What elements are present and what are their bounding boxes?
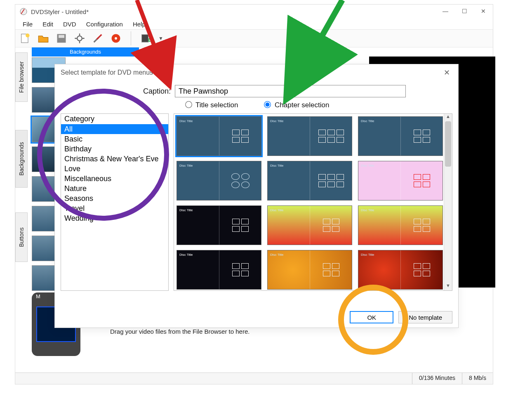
menu-bar: File Edit DVD Configuration Help [15, 19, 493, 29]
category-panel: Category AllBasicBirthdayChristmas & New… [61, 113, 169, 291]
category-item-love[interactable]: Love [61, 164, 168, 174]
category-item-miscellaneous[interactable]: Miscellaneous [61, 174, 168, 184]
category-item-wedding[interactable]: Wedding [61, 213, 168, 223]
menu-configuration[interactable]: Configuration [82, 20, 127, 28]
template-card[interactable]: Disc Title [267, 161, 352, 200]
window-close-button[interactable]: ✕ [474, 5, 493, 18]
chevron-down-icon[interactable]: ▼ [158, 35, 163, 41]
template-card[interactable]: Disc Title [358, 116, 443, 156]
status-minutes: 0/136 Minutes [412, 373, 462, 384]
template-card[interactable]: Disc Title [267, 116, 352, 156]
tab-buttons[interactable]: Buttons [15, 212, 28, 262]
template-card[interactable]: Disc Title [358, 250, 443, 290]
scroll-thumb[interactable] [445, 121, 451, 167]
chevron-up-icon[interactable]: ▲ [444, 114, 452, 121]
svg-point-5 [77, 36, 82, 41]
selection-mode-radios: Title selection Chapter selection [61, 101, 452, 109]
no-template-button[interactable]: No template [398, 311, 452, 323]
template-card[interactable]: Disc Title [177, 116, 261, 156]
template-card[interactable]: Disc Title [267, 205, 352, 245]
dialog-title-bar: Select template for DVD menus ✕ [55, 64, 458, 81]
radio-title-selection[interactable]: Title selection [184, 101, 238, 109]
category-item-all[interactable]: All [61, 124, 168, 134]
settings-icon[interactable] [74, 33, 85, 44]
new-project-icon[interactable] [19, 33, 31, 44]
open-project-icon[interactable] [38, 33, 49, 44]
tab-file-browser[interactable]: File browser [15, 52, 28, 102]
category-header: Category [61, 114, 168, 124]
template-card[interactable]: Disc Title [358, 161, 443, 200]
status-bar: 0/136 Minutes 8 Mb/s [15, 373, 493, 384]
menu-file[interactable]: File [19, 20, 37, 28]
template-card[interactable]: Disc Title [177, 161, 261, 200]
drag-hint-label: Drag your video files from the File Brow… [110, 328, 250, 335]
status-bitrate: 8 Mb/s [462, 373, 493, 384]
category-item-birthday[interactable]: Birthday [61, 144, 168, 154]
caption-label: Caption: [143, 87, 171, 96]
tools-icon[interactable] [92, 33, 104, 44]
svg-point-7 [115, 37, 117, 40]
save-project-icon[interactable] [56, 33, 67, 44]
template-card[interactable]: Disc Title [177, 250, 261, 290]
category-item-travel[interactable]: Travel [61, 203, 168, 213]
template-card[interactable]: Disc Title [358, 205, 443, 245]
radio-chapter-selection-input[interactable] [264, 101, 271, 108]
dialog-close-button[interactable]: ✕ [438, 67, 455, 78]
window-minimize-button[interactable]: — [436, 5, 455, 18]
template-card[interactable]: Disc Title [177, 205, 261, 245]
category-item-seasons[interactable]: Seasons [61, 193, 168, 203]
app-icon [19, 7, 28, 16]
burn-disc-icon[interactable] [110, 33, 122, 44]
template-grid: Disc TitleDisc TitleDisc TitleDisc Title… [174, 113, 452, 291]
template-dialog: Select template for DVD menus ✕ Caption:… [54, 64, 459, 328]
toolbar: ▼ [15, 29, 493, 47]
category-item-christmas-new-year-s-eve[interactable]: Christmas & New Year's Eve [61, 154, 168, 164]
caption-input[interactable] [175, 85, 406, 97]
category-item-basic[interactable]: Basic [61, 134, 168, 144]
menu-edit[interactable]: Edit [38, 20, 57, 28]
menu-help[interactable]: Help [129, 20, 150, 28]
svg-rect-4 [59, 35, 64, 38]
app-title: DVDStyler - Untitled* [31, 8, 89, 15]
svg-point-2 [26, 33, 29, 37]
svg-rect-8 [142, 35, 148, 42]
radio-chapter-selection[interactable]: Chapter selection [263, 101, 329, 109]
title-bar: DVDStyler - Untitled* — ☐ ✕ [15, 5, 493, 19]
tab-backgrounds[interactable]: Backgrounds [15, 130, 28, 188]
template-card[interactable]: Disc Title [267, 250, 352, 290]
category-item-nature[interactable]: Nature [61, 184, 168, 193]
add-clip-icon[interactable] [140, 33, 152, 44]
menu-dvd[interactable]: DVD [59, 20, 80, 28]
template-scrollbar[interactable]: ▲ ▼ [444, 114, 452, 290]
dialog-title: Select template for DVD menus [61, 69, 153, 76]
backgrounds-panel-header: Backgrounds [32, 47, 139, 57]
chevron-down-icon[interactable]: ▼ [444, 283, 452, 290]
ok-button[interactable]: OK [350, 311, 393, 323]
radio-title-selection-input[interactable] [185, 101, 192, 108]
window-maximize-button[interactable]: ☐ [455, 5, 474, 18]
